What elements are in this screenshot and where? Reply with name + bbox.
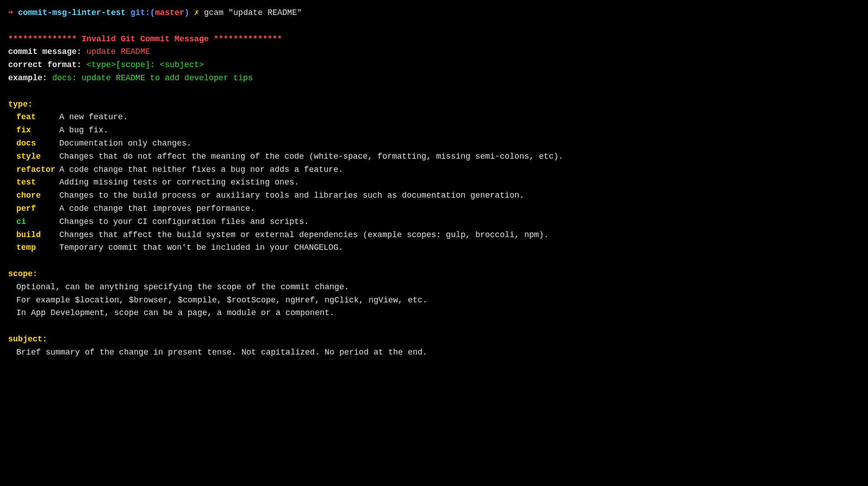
type-name: fix bbox=[16, 124, 59, 137]
scope-line: In App Development, scope can be a page,… bbox=[8, 306, 860, 320]
terminal-prompt-line: ➜ commit-msg-linter-test git:(master) ✗ … bbox=[8, 6, 860, 19]
error-header: ************** Invalid Git Commit Messag… bbox=[8, 33, 860, 46]
type-name: refactor bbox=[16, 163, 59, 176]
dirty-indicator-icon: ✗ bbox=[194, 8, 199, 17]
type-row: tempTemporary commit that won't be inclu… bbox=[8, 241, 860, 254]
type-row: perfA code change that improves performa… bbox=[8, 202, 860, 215]
command-input[interactable]: gcam "update README" bbox=[204, 8, 302, 17]
header-stars-left: ************** bbox=[8, 34, 77, 44]
type-name: ci bbox=[16, 215, 59, 228]
type-row: docsDocumentation only changes. bbox=[8, 137, 860, 150]
header-stars-right: ************** bbox=[214, 34, 282, 44]
type-row: choreChanges to the build process or aux… bbox=[8, 189, 860, 202]
git-label-close: ) bbox=[184, 8, 189, 17]
type-desc: Changes to your CI configuration files a… bbox=[59, 215, 860, 228]
commit-message-row: commit message: update README bbox=[8, 45, 860, 58]
header-title: Invalid Git Commit Message bbox=[77, 34, 213, 44]
scope-heading-text: scope: bbox=[8, 269, 38, 278]
prompt-arrow-icon: ➜ bbox=[8, 8, 13, 17]
scope-list: Optional, can be anything specifying the… bbox=[8, 281, 860, 320]
example-row: example: docs: update README to add deve… bbox=[8, 72, 860, 85]
type-desc: Adding missing tests or correcting exist… bbox=[59, 176, 860, 189]
type-desc: A new feature. bbox=[59, 111, 860, 124]
correct-format-value: <type>[scope]: <subject> bbox=[87, 60, 204, 69]
type-name: feat bbox=[16, 111, 59, 124]
type-row: fixA bug fix. bbox=[8, 124, 860, 137]
type-name: perf bbox=[16, 202, 59, 215]
type-name: docs bbox=[16, 137, 59, 150]
subject-line: Brief summary of the change in present t… bbox=[8, 346, 860, 359]
subject-list: Brief summary of the change in present t… bbox=[8, 346, 860, 359]
type-desc: Temporary commit that won't be included … bbox=[59, 241, 860, 254]
subject-heading: subject: bbox=[8, 333, 860, 346]
type-row: testAdding missing tests or correcting e… bbox=[8, 176, 860, 189]
type-heading: type: bbox=[8, 98, 860, 111]
type-desc: Changes that affect the build system or … bbox=[59, 228, 860, 242]
correct-format-row: correct format: <type>[scope]: <subject> bbox=[8, 58, 860, 72]
subject-heading-text: subject: bbox=[8, 335, 47, 344]
commit-message-value: update README bbox=[87, 47, 150, 56]
spacer bbox=[8, 320, 860, 333]
type-name: chore bbox=[16, 189, 59, 202]
type-row: buildChanges that affect the build syste… bbox=[8, 228, 860, 242]
git-label: git:( bbox=[130, 8, 155, 17]
type-heading-text: type: bbox=[8, 100, 33, 109]
directory-name: commit-msg-linter-test bbox=[18, 8, 126, 17]
scope-line: For example $location, $browser, $compil… bbox=[8, 294, 860, 307]
correct-format-label: correct format: bbox=[8, 60, 87, 69]
spacer bbox=[8, 254, 860, 267]
type-desc: A code change that improves performance. bbox=[59, 202, 860, 215]
type-desc: A code change that neither fixes a bug n… bbox=[59, 163, 860, 176]
type-row: refactorA code change that neither fixes… bbox=[8, 163, 860, 176]
type-desc: Changes that do not affect the meaning o… bbox=[59, 150, 860, 163]
type-name: temp bbox=[16, 241, 59, 254]
type-name: style bbox=[16, 150, 59, 163]
type-desc: A bug fix. bbox=[59, 124, 860, 137]
scope-heading: scope: bbox=[8, 267, 860, 281]
type-name: build bbox=[16, 228, 59, 242]
type-row: featA new feature. bbox=[8, 111, 860, 124]
type-desc: Changes to the build process or auxiliar… bbox=[59, 189, 860, 202]
scope-line: Optional, can be anything specifying the… bbox=[8, 281, 860, 294]
type-desc: Documentation only changes. bbox=[59, 137, 860, 150]
type-list: featA new feature.fixA bug fix.docsDocum… bbox=[8, 111, 860, 254]
example-label: example: bbox=[8, 73, 52, 83]
git-branch: master bbox=[155, 8, 184, 17]
type-row: styleChanges that do not affect the mean… bbox=[8, 150, 860, 163]
example-value: docs: update README to add developer tip… bbox=[52, 73, 253, 83]
type-row: ciChanges to your CI configuration files… bbox=[8, 215, 860, 228]
type-name: test bbox=[16, 176, 59, 189]
commit-message-label: commit message: bbox=[8, 47, 87, 56]
spacer bbox=[8, 85, 860, 98]
